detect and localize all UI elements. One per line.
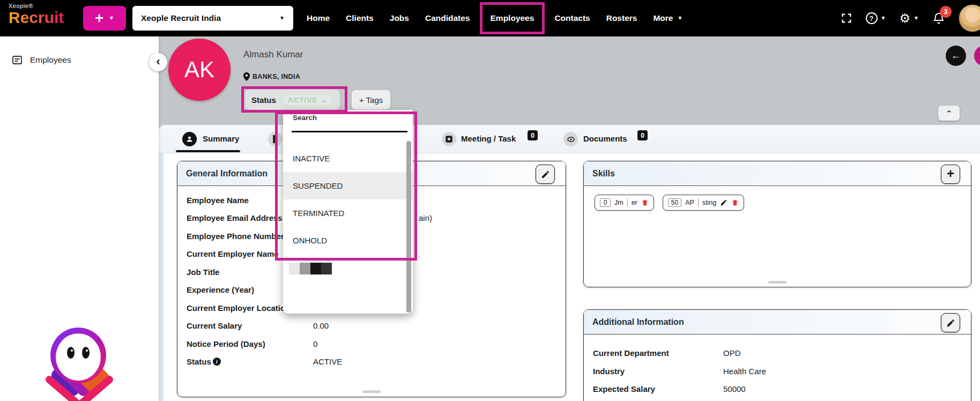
- navbar-icon-group: ? ▼ ⚙ ▼ 3: [841, 0, 980, 36]
- row-label: Experience (Year): [187, 285, 254, 294]
- nav-item-jobs[interactable]: Jobs: [382, 13, 417, 23]
- settings-menu[interactable]: ⚙ ▼: [899, 12, 919, 25]
- row-value: Health Care: [723, 367, 766, 376]
- status-option-terminated[interactable]: TERMINATED: [283, 199, 413, 227]
- nav-item-more-label: More: [653, 13, 673, 23]
- row-value: ain): [419, 213, 432, 222]
- skills-header: Skills: [584, 161, 971, 186]
- row-label: Current Employer Name: [187, 249, 279, 258]
- chevron-down-icon: ▼: [279, 16, 285, 21]
- sidebar-item-employees[interactable]: Employees: [0, 36, 159, 65]
- edit-general-information-button[interactable]: [536, 165, 555, 184]
- panel-left-strip: [159, 125, 164, 401]
- tab-documents[interactable]: Documents: [583, 134, 627, 143]
- organization-select[interactable]: Xeople Recruit India ▼: [132, 6, 293, 31]
- sidebar-collapse-button[interactable]: ‹: [149, 53, 167, 71]
- nav-item-rosters[interactable]: Rosters: [598, 13, 645, 23]
- info-row-status: Status i ACTIVE: [187, 357, 342, 366]
- edit-skill-icon[interactable]: [720, 199, 727, 206]
- additional-information-title: Additional Information: [592, 317, 684, 327]
- row-value: OPD: [723, 348, 741, 358]
- info-row: Industry Health Care: [593, 367, 766, 376]
- row-value: 0.00: [313, 321, 329, 330]
- skill-chip-list: 0 Jm er 50 AP sting: [595, 195, 744, 211]
- card-resize-handle[interactable]: [362, 390, 381, 393]
- row-label: Employee Name: [187, 196, 249, 205]
- tab-meeting-task[interactable]: Meeting / Task: [461, 134, 516, 143]
- nav-item-home[interactable]: Home: [299, 13, 338, 23]
- row-value: ACTIVE: [313, 357, 342, 366]
- info-icon[interactable]: i: [213, 358, 221, 366]
- employees-list-icon: [12, 55, 23, 65]
- skill-score: 0: [600, 198, 611, 207]
- info-row: Expected Salary 50000: [593, 384, 746, 393]
- notifications-button[interactable]: 3: [932, 11, 945, 25]
- help-menu[interactable]: ? ▼: [866, 12, 886, 24]
- row-label: Job Title: [187, 268, 219, 277]
- chevron-down-icon: ⌄: [321, 96, 327, 103]
- nav-item-clients[interactable]: Clients: [338, 13, 382, 23]
- employee-location-text: BANKS, INDIA: [253, 73, 300, 80]
- delete-skill-icon[interactable]: [641, 199, 649, 206]
- nav-item-more[interactable]: More ▼: [645, 13, 691, 23]
- dropdown-scrollbar[interactable]: [406, 141, 411, 313]
- collapse-header-button[interactable]: ⌃: [938, 106, 960, 121]
- chevron-left-icon: ‹: [156, 56, 160, 68]
- hidden-tab-icon[interactable]: [268, 132, 283, 146]
- status-dropdown-panel: Search INACTIVE SUSPENDED TERMINATED ONH…: [283, 110, 413, 314]
- plus-icon: +: [947, 167, 954, 180]
- dropdown-search-label: Search: [293, 114, 317, 122]
- plus-icon: +: [95, 11, 103, 26]
- top-navbar: Xeople® Recruit + ▼ Xeople Recruit India…: [0, 0, 980, 36]
- row-value: 0: [313, 339, 317, 348]
- additional-information-header: Additional Information: [584, 310, 971, 335]
- status-dropdown-button[interactable]: Status ACTIVE ⌄: [245, 90, 340, 110]
- arrow-left-icon: ←: [951, 50, 961, 62]
- chip-divider: [698, 198, 699, 207]
- status-value: ACTIVE: [288, 96, 318, 104]
- user-avatar[interactable]: [959, 4, 980, 32]
- chevron-down-icon: ▼: [881, 16, 886, 21]
- pencil-icon: [541, 170, 550, 179]
- chevron-down-icon: ▼: [109, 16, 114, 21]
- fullscreen-icon[interactable]: [841, 12, 852, 24]
- status-option-inactive[interactable]: INACTIVE: [283, 145, 413, 172]
- documents-count-badge: 0: [637, 130, 648, 140]
- sidebar-item-label: Employees: [30, 55, 71, 65]
- next-record-button[interactable]: [974, 46, 980, 66]
- skill-chip[interactable]: 0 Jm er: [595, 195, 654, 211]
- skill-name-tail: sting: [702, 199, 716, 206]
- row-label: Expected Salary: [593, 384, 655, 393]
- skill-chip[interactable]: 50 AP sting: [663, 195, 744, 211]
- chevron-down-icon: ▼: [914, 16, 919, 21]
- location-pin-icon: [243, 72, 250, 81]
- back-button[interactable]: ←: [946, 46, 966, 66]
- skill-name: AP: [685, 199, 694, 206]
- row-label: Employee Phone Number: [187, 232, 284, 241]
- skill-score: 50: [668, 198, 681, 207]
- chevron-down-icon: ▼: [677, 16, 682, 21]
- add-skill-button[interactable]: +: [941, 165, 960, 184]
- edit-additional-information-button[interactable]: [941, 313, 960, 332]
- card-resize-handle[interactable]: [768, 281, 786, 284]
- nav-item-contacts[interactable]: Contacts: [546, 13, 598, 23]
- nav-item-candidates[interactable]: Candidates: [417, 13, 478, 23]
- add-tags-button[interactable]: + Tags: [351, 90, 391, 110]
- documents-tab-icon: [563, 132, 578, 146]
- employees-annotation-box: Employees: [480, 2, 545, 34]
- quick-add-button[interactable]: + ▼: [83, 6, 126, 31]
- tab-summary[interactable]: Summary: [203, 134, 239, 143]
- search-input-underline[interactable]: [292, 131, 407, 132]
- general-information-title: General Information: [186, 169, 268, 179]
- pencil-icon: [946, 318, 955, 328]
- delete-skill-icon[interactable]: [731, 199, 739, 206]
- row-label: Notice Period (Days): [187, 339, 265, 348]
- status-option-suspended[interactable]: SUSPENDED: [283, 172, 413, 199]
- skill-name: Jm: [614, 199, 623, 206]
- row-value: 50000: [723, 384, 746, 393]
- employee-location: BANKS, INDIA: [243, 72, 300, 81]
- info-row: Current Salary 0.00: [187, 321, 329, 330]
- status-option-onhold[interactable]: ONHOLD: [283, 227, 413, 254]
- nav-item-employees[interactable]: Employees: [482, 13, 543, 23]
- question-icon: ?: [866, 12, 878, 24]
